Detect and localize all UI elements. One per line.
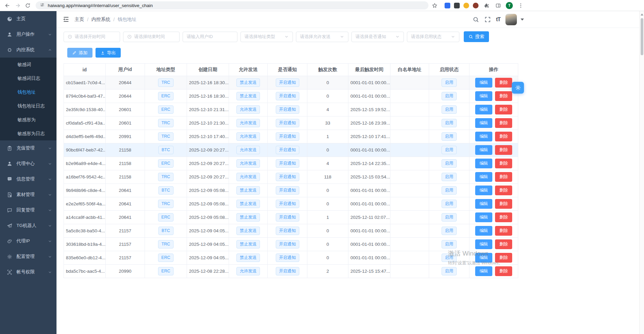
sidebar-item-代理IP[interactable]: 代理IP — [0, 233, 56, 249]
edit-button[interactable]: 编辑 — [475, 159, 492, 168]
cell-trigger-count: 1 — [307, 130, 348, 143]
extensions-puzzle-icon[interactable] — [482, 1, 490, 9]
cell-trigger-count: 2 — [307, 265, 348, 278]
extension-icon-red[interactable] — [473, 3, 479, 8]
breadcrumb-section[interactable]: 内控系统 — [91, 16, 110, 23]
sidebar-item-主页[interactable]: 主页 — [0, 11, 56, 27]
extension-icon-dark[interactable] — [454, 3, 460, 8]
browser-back-icon[interactable] — [3, 1, 11, 9]
address-type-select[interactable]: 请选择地址类型 — [240, 32, 293, 42]
delete-button[interactable]: 删除 — [495, 118, 512, 128]
text-size-icon[interactable]: tT — [496, 16, 500, 23]
delete-button[interactable]: 删除 — [495, 105, 512, 114]
sidebar-item-素材管理[interactable]: 素材管理 — [0, 187, 56, 202]
cell-actions: 编辑删除 — [469, 157, 518, 170]
cell-whitelist — [390, 170, 429, 184]
notify-tag: 开启通知 — [276, 146, 299, 154]
sidebar-item-回复管理[interactable]: 回复管理 — [0, 202, 56, 218]
cell-created: 2025-12-09 05:08... — [187, 211, 229, 224]
edit-button[interactable]: 编辑 — [475, 199, 492, 209]
chevron-down-icon — [48, 146, 52, 151]
sidebar-subitem-敏感形为日志[interactable]: 敏感形为日志 — [0, 127, 56, 140]
user-id-input[interactable]: 请输入用户ID — [183, 32, 237, 42]
delete-button[interactable]: 删除 — [495, 226, 512, 236]
sidebar-item-label: 素材管理 — [16, 192, 44, 198]
breadcrumb-home[interactable]: 主页 — [75, 16, 84, 23]
sidebar-item-充值管理[interactable]: 充值管理 — [0, 140, 56, 156]
cell-enable-status: 启用 — [429, 224, 469, 238]
scrollbar-thumb[interactable] — [641, 18, 643, 55]
cell-user-id: 21157 — [106, 238, 145, 251]
edit-button[interactable]: 编辑 — [475, 212, 492, 222]
site-settings-icon[interactable] — [40, 2, 45, 9]
edit-button[interactable]: 编辑 — [475, 78, 492, 88]
user-avatar[interactable] — [505, 14, 517, 25]
page-scrollbar[interactable] — [639, 11, 644, 334]
browser-reload-icon[interactable] — [24, 1, 32, 9]
end-time-input[interactable]: 请选择结束时间 — [123, 32, 180, 42]
sidebar-item-信息管理[interactable]: 信息管理 — [0, 171, 56, 187]
extension-icon-yellow[interactable] — [463, 3, 469, 8]
enable-status-select[interactable]: 请选择启用状态 — [407, 32, 459, 42]
delete-button[interactable]: 删除 — [495, 199, 512, 209]
edit-button[interactable]: 编辑 — [475, 118, 492, 128]
cell-enable-status: 启用 — [429, 116, 469, 130]
search-icon[interactable] — [472, 16, 479, 23]
avatar-caret-icon[interactable] — [521, 19, 524, 21]
edit-button[interactable]: 编辑 — [475, 172, 492, 182]
sidebar-subitem-敏感词[interactable]: 敏感词 — [0, 58, 56, 71]
bookmark-star-icon[interactable] — [430, 1, 439, 9]
delete-button[interactable]: 删除 — [495, 253, 512, 263]
sidebar-subitem-敏感形为[interactable]: 敏感形为 — [0, 113, 56, 127]
sidebar-item-帐号权限[interactable]: 帐号权限 — [0, 264, 56, 280]
edit-button[interactable]: 编辑 — [475, 145, 492, 155]
sidebar-subitem-钱包地址日志[interactable]: 钱包地址日志 — [0, 99, 56, 113]
browser-forward-icon[interactable] — [13, 1, 22, 9]
edit-button[interactable]: 编辑 — [475, 253, 492, 263]
export-button[interactable]: 导出 — [96, 48, 121, 58]
delete-button[interactable]: 删除 — [495, 159, 512, 168]
edit-button[interactable]: 编辑 — [475, 91, 492, 101]
search-button[interactable]: 搜索 — [464, 31, 489, 42]
delete-button[interactable]: 删除 — [495, 145, 512, 155]
sidebar-item-TG机器人[interactable]: TG机器人 — [0, 218, 56, 233]
allow-send-select[interactable]: 请选择允许发送 — [296, 32, 348, 42]
sidebar-item-用户操作[interactable]: 用户操作 — [0, 27, 56, 42]
edit-button[interactable]: 编辑 — [475, 266, 492, 276]
delete-button[interactable]: 删除 — [495, 78, 512, 88]
scrollbar-up-arrow[interactable] — [641, 13, 643, 15]
delete-button[interactable]: 删除 — [495, 91, 512, 101]
edit-button[interactable]: 编辑 — [475, 132, 492, 141]
cell-user-id: 20991 — [106, 130, 145, 143]
settings-gear-button[interactable] — [512, 82, 524, 94]
edit-button[interactable]: 编辑 — [475, 105, 492, 114]
delete-button[interactable]: 删除 — [495, 239, 512, 249]
browser-profile-avatar[interactable]: T — [506, 2, 513, 9]
start-time-input[interactable]: 请选择开始时间 — [64, 32, 120, 42]
notify-select[interactable]: 请选择是否通知 — [351, 32, 404, 42]
chevron-down-icon — [48, 177, 52, 181]
browser-menu-icon[interactable] — [517, 1, 525, 9]
sidebar-subitem-钱包地址[interactable]: 钱包地址 — [0, 85, 56, 99]
sidebar-item-代理中心[interactable]: 代理中心 — [0, 156, 56, 171]
sidebar-item-配置管理[interactable]: 配置管理 — [0, 249, 56, 264]
sidebar-item-内控系统[interactable]: 内控系统 — [0, 42, 56, 58]
delete-button[interactable]: 删除 — [495, 186, 512, 195]
cell-id: d4d3eff5-bef6-49d... — [64, 130, 106, 143]
address-bar[interactable]: haiwang.app/miwang#/internal/user_sensit… — [36, 1, 428, 9]
delete-button[interactable]: 删除 — [495, 266, 512, 276]
edit-button[interactable]: 编辑 — [475, 186, 492, 195]
edit-button[interactable]: 编辑 — [475, 239, 492, 249]
extension-icon-blue[interactable] — [445, 3, 450, 8]
cell-actions: 编辑删除 — [469, 197, 518, 211]
delete-button[interactable]: 删除 — [495, 172, 512, 182]
side-panel-icon[interactable] — [494, 1, 502, 9]
delete-button[interactable]: 删除 — [495, 132, 512, 141]
fullscreen-icon[interactable] — [484, 16, 491, 23]
screen: haiwang.app/miwang#/internal/user_sensit… — [0, 0, 644, 334]
sidebar-subitem-敏感词日志[interactable]: 敏感词日志 — [0, 71, 56, 85]
collapse-sidebar-icon[interactable] — [63, 16, 70, 23]
edit-button[interactable]: 编辑 — [475, 226, 492, 236]
add-button[interactable]: 添加 — [67, 48, 92, 58]
delete-button[interactable]: 删除 — [495, 212, 512, 222]
